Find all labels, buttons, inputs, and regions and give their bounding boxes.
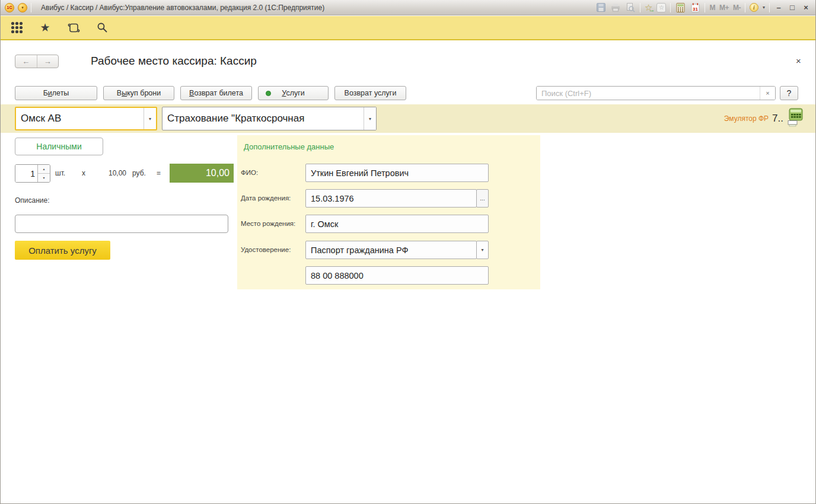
chevron-down-icon[interactable]: ▾ [476,241,489,259]
tab-label: леты [52,89,69,97]
forward-button[interactable]: → [37,55,59,68]
fiscal-emulator: Эмулятор ФР 7.. [724,104,804,133]
description-input[interactable] [15,215,228,233]
memory-recall-button[interactable]: M [709,4,715,12]
divider [640,3,640,12]
currency-label: руб. [132,169,146,177]
green-arrow-icon: → [648,7,655,13]
star-outline: ☆ [659,4,664,11]
multiply-sign: x [82,169,85,177]
titlebar-right: ☆→ ☆ 31 M M+ M- i ▾ – □ × [595,2,815,13]
search-clear-button[interactable]: × [760,87,775,100]
tab-label: куп брони [127,89,161,97]
fiscal-label: Эмулятор ФР [724,114,769,123]
search-box: × [536,86,776,100]
tab-booking-redeem[interactable]: Выкуп брони [103,86,174,100]
star-glyph: ★ [40,22,50,33]
id-document-input[interactable] [305,241,477,259]
quantity-input[interactable] [15,165,37,182]
history-nav: ← → [15,55,59,68]
app-window: 1С ▾ Авибус / Кассир / Авибус:Управление… [0,0,816,504]
fiscal-printer-icon[interactable] [787,108,804,129]
search-input[interactable] [537,87,760,100]
panel-title: Дополнительные данные [244,142,334,151]
fio-label: ФИО: [241,169,258,176]
birthplace-input[interactable] [305,215,489,233]
favorites-icon[interactable]: ★ [37,20,53,36]
app-icon: 1С [5,3,14,12]
equals-sign: = [157,169,161,177]
app-badge: 1С [7,5,12,9]
tab-label: озврат билета [194,89,243,97]
active-tab-dot-icon [266,91,271,96]
quantity-spin-buttons: ▴ ▾ [37,165,50,182]
selector-band: Омск АВ ▾ Страхование "Краткосрочная ▾ Э… [1,104,816,133]
tab-label: Возврат услуги [345,89,397,97]
divider [745,3,745,12]
search-icon[interactable] [94,20,110,36]
favorites-icon[interactable]: ☆ [656,3,666,12]
total-amount: 10,00 [170,164,234,183]
birthdate-label: Дата рождения: [241,194,291,202]
chevron-down-icon: ▾ [21,5,24,10]
main-menu-button[interactable]: ▾ [18,3,27,12]
field-row-document-number [237,266,540,285]
payment-method-cash-button[interactable]: Наличными [15,138,103,155]
info-glyph: i [753,4,755,11]
memory-minus-button[interactable]: M- [733,4,741,12]
minimize-button[interactable]: – [774,3,783,12]
divider [769,3,770,12]
save-icon[interactable] [595,2,606,13]
station-combobox[interactable]: Омск АВ ▾ [15,107,157,130]
service-value: Страхование "Краткосрочная [162,107,364,130]
chevron-down-icon[interactable]: ▾ [763,5,765,10]
field-row-id-document: Удостоверение: ▾ [237,241,540,259]
add-favorite-icon[interactable]: ☆→ [645,3,652,12]
id-document-label: Удостоверение: [241,246,291,253]
pay-service-button[interactable]: Оплатить услугу [15,241,110,260]
memory-plus-button[interactable]: M+ [719,4,729,12]
tab-service-return[interactable]: Возврат услуги [334,86,406,100]
tab-ticket-return[interactable]: Возврат билета [180,86,252,100]
calculator-icon[interactable] [675,2,686,13]
date-picker-button[interactable]: ... [476,189,489,208]
tab-label: В [117,89,122,97]
service-combobox[interactable]: Страхование "Краткосрочная ▾ [162,107,377,130]
birthdate-input[interactable] [305,189,477,208]
print-icon[interactable] [610,2,621,13]
tab-accel: и [48,89,52,97]
form-close-icon[interactable]: × [796,56,801,66]
station-value: Омск АВ [16,108,144,129]
print-preview-icon[interactable] [625,2,636,13]
quantity-stepper: ▴ ▾ [15,164,50,183]
tab-tickets[interactable]: Билеты [15,86,97,100]
additional-data-panel: Дополнительные данные ФИО: Дата рождения… [237,135,540,289]
history-icon[interactable] [66,20,81,36]
field-row-fio: ФИО: [237,164,540,182]
calendar-icon[interactable]: 31 [690,2,700,13]
fio-input[interactable] [305,164,489,182]
titlebar: 1С ▾ Авибус / Кассир / Авибус:Управление… [1,0,815,15]
fiscal-value: 7.. [772,113,783,125]
tab-label: слуги [286,89,304,97]
close-button[interactable]: × [801,3,811,12]
quick-toolbar: ★ [1,16,815,40]
spinner-down-icon[interactable]: ▾ [38,174,50,182]
field-row-birthdate: Дата рождения: ... [237,189,540,208]
help-button[interactable]: ? [780,86,798,100]
chevron-down-icon[interactable]: ▾ [144,108,156,129]
document-number-input[interactable] [305,266,489,285]
back-button[interactable]: ← [15,55,37,68]
description-label: Описание: [15,196,50,205]
info-icon[interactable]: i [750,3,758,12]
spinner-up-icon[interactable]: ▴ [38,165,50,174]
divider [670,3,671,12]
maximize-button[interactable]: □ [788,3,797,12]
tab-services[interactable]: Услуги [258,86,329,100]
divider [31,3,31,12]
menu-grid-icon[interactable] [9,20,24,36]
page-title: Рабочее место кассира: Кассир [91,55,257,68]
unit-label: шт. [55,169,65,177]
window-title: Авибус / Кассир / Авибус:Управление авто… [41,4,324,12]
chevron-down-icon[interactable]: ▾ [364,107,376,130]
